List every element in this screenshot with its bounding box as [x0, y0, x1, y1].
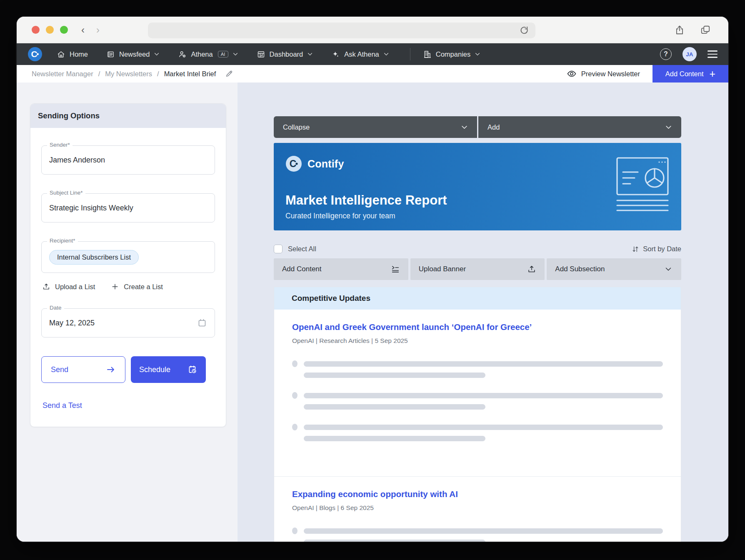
collapse-dropdown[interactable]: Collapse — [274, 116, 477, 138]
send-test-link[interactable]: Send a Test — [42, 401, 82, 410]
subject-label: Subject Line* — [47, 190, 85, 196]
calendar-icon[interactable] — [197, 318, 207, 328]
nav-label: Home — [70, 50, 88, 58]
content-area: Sending Options Sender* James Anderson S… — [17, 82, 728, 542]
preview-newsletter-label: Preview Newsletter — [581, 70, 640, 78]
banner-brand-name: Contify — [308, 158, 344, 170]
article-body-skeleton — [292, 528, 663, 542]
svg-text:C: C — [31, 49, 37, 59]
breadcrumb-separator: / — [98, 70, 100, 78]
tabs-icon[interactable] — [700, 25, 711, 35]
banner-brand: C Contify — [285, 155, 670, 172]
sort-by-date-control[interactable]: Sort by Date — [631, 245, 681, 253]
section-title: Competitive Updates — [274, 287, 681, 310]
app-navbar: C Home Newsfeed Athena AI Dashboard A — [17, 43, 728, 65]
chevron-down-icon — [232, 51, 238, 57]
close-window-button[interactable] — [32, 26, 40, 34]
send-button[interactable]: Send — [41, 356, 125, 383]
upload-list-link[interactable]: Upload a List — [42, 282, 95, 291]
add-content-button[interactable]: Add Content + — [652, 65, 728, 82]
breadcrumb: Newsletter Manager / My Newsletters / Ma… — [32, 70, 233, 78]
send-button-row: Send Schedule — [41, 356, 215, 383]
sending-options-body: Sender* James Anderson Subject Line* Str… — [30, 128, 226, 427]
refresh-icon[interactable] — [519, 25, 530, 36]
address-bar[interactable] — [148, 22, 535, 38]
user-avatar[interactable]: JA — [682, 47, 697, 61]
nav-item-newsfeed[interactable]: Newsfeed — [106, 50, 160, 59]
toolbar-add-content-button[interactable]: Add Content — [274, 258, 408, 280]
breadcrumb-item[interactable]: Newsletter Manager — [32, 70, 93, 78]
recipient-label: Recipient* — [47, 238, 78, 244]
recipient-field[interactable]: Recipient* Internal Subscribers List — [41, 241, 215, 273]
article-title-link[interactable]: OpenAI and Greek Government launch ‘Open… — [292, 322, 663, 332]
upload-icon — [527, 265, 536, 274]
chevron-down-icon — [461, 124, 468, 131]
create-list-link[interactable]: Create a List — [111, 282, 163, 291]
banner-title: Market Intelligence Report — [285, 193, 670, 208]
nav-label: Ask Athena — [344, 50, 379, 58]
nav-item-ask-athena[interactable]: Ask Athena — [331, 50, 389, 59]
zoom-window-button[interactable] — [60, 26, 68, 34]
add-dropdown[interactable]: Add — [478, 116, 681, 138]
preview-newsletter-button[interactable]: Preview Newsletter — [567, 69, 640, 79]
chrome-actions — [674, 17, 728, 43]
select-all-label: Select All — [288, 245, 316, 253]
create-list-label: Create a List — [124, 283, 163, 291]
list-links-row: Upload a List Create a List — [42, 282, 215, 291]
indent-list-icon — [391, 265, 400, 274]
contify-logo[interactable]: C — [28, 47, 42, 62]
banner-subtitle: Curated Intelligence for your team — [285, 212, 670, 220]
breadcrumb-current: Market Intel Brief — [164, 70, 216, 78]
athena-user-gear-icon — [178, 50, 187, 59]
chevron-down-icon — [383, 51, 389, 57]
arrow-right-icon — [106, 365, 116, 375]
nav-item-dashboard[interactable]: Dashboard — [257, 50, 313, 59]
newsfeed-icon — [106, 50, 115, 59]
sending-options-title: Sending Options — [30, 104, 226, 128]
nav-item-athena[interactable]: Athena AI — [178, 50, 238, 59]
recipient-pill[interactable]: Internal Subscribers List — [49, 250, 139, 265]
newsletter-content-card: Competitive Updates OpenAI and Greek Gov… — [274, 287, 681, 542]
select-all-checkbox[interactable] — [274, 245, 282, 253]
schedule-button[interactable]: Schedule — [131, 356, 206, 383]
article-item: Expanding economic opportunity with AI O… — [274, 476, 681, 542]
date-field[interactable]: Date May 12, 2025 — [41, 308, 215, 338]
browser-back-button[interactable]: ‹ — [81, 25, 85, 35]
help-icon[interactable]: ? — [660, 48, 672, 60]
sender-label: Sender* — [47, 142, 72, 148]
schedule-label: Schedule — [139, 365, 170, 374]
breadcrumb-actions: Preview Newsletter Add Content + — [567, 65, 728, 82]
editor-dropdown-row: Collapse Add — [274, 116, 681, 138]
article-meta: OpenAI | Research Articles | 5 Sep 2025 — [292, 337, 663, 345]
article-title-link[interactable]: Expanding economic opportunity with AI — [292, 489, 663, 499]
edit-icon[interactable] — [225, 70, 233, 78]
ai-badge: AI — [218, 51, 228, 58]
eye-icon — [567, 69, 577, 79]
nav-divider — [410, 48, 410, 60]
minimize-window-button[interactable] — [46, 26, 54, 34]
breadcrumb-item[interactable]: My Newsletters — [105, 70, 152, 78]
toolbar-add-subsection-label: Add Subsection — [555, 265, 605, 273]
sender-value: James Anderson — [49, 156, 105, 165]
breadcrumb-bar: Newsletter Manager / My Newsletters / Ma… — [17, 65, 728, 82]
menu-icon[interactable] — [708, 50, 718, 58]
date-label: Date — [47, 305, 64, 311]
sparkle-icon — [331, 50, 340, 59]
nav-item-home[interactable]: Home — [57, 50, 88, 59]
add-label: Add — [488, 123, 500, 131]
chevron-down-icon — [665, 124, 672, 131]
sender-field[interactable]: Sender* James Anderson — [41, 145, 215, 175]
calendar-clock-icon — [188, 365, 198, 375]
toolbar-upload-banner-button[interactable]: Upload Banner — [410, 258, 545, 280]
share-icon[interactable] — [674, 25, 685, 35]
subject-field[interactable]: Subject Line* Strategic Insights Weekly — [41, 193, 215, 222]
dashboard-icon — [257, 50, 265, 59]
toolbar-add-subsection-button[interactable]: Add Subsection — [547, 258, 681, 280]
nav-label: Athena — [191, 50, 212, 58]
browser-chrome: ‹ › — [17, 17, 728, 43]
sort-by-date-label: Sort by Date — [643, 245, 681, 253]
nav-item-companies[interactable]: Companies — [423, 50, 480, 59]
chevron-down-icon — [154, 51, 160, 57]
browser-forward-button[interactable]: › — [96, 25, 100, 35]
add-content-label: Add Content — [665, 70, 704, 78]
